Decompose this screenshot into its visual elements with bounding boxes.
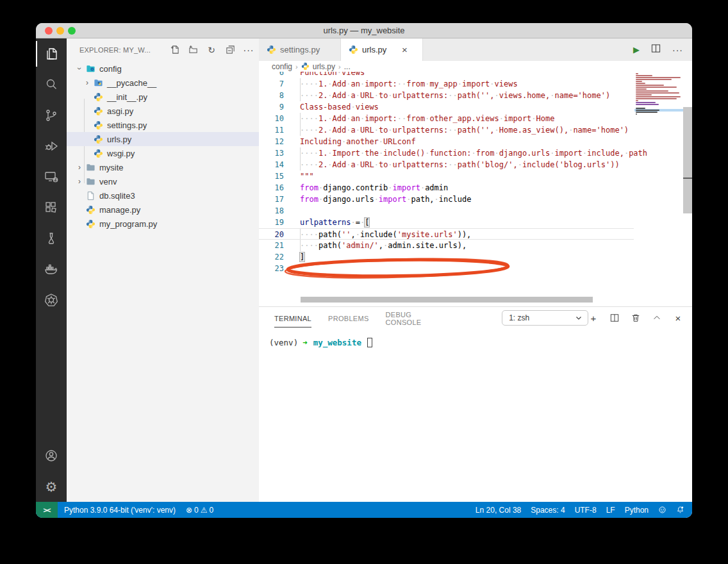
tab-problems[interactable]: PROBLEMS bbox=[328, 309, 369, 327]
split-editor-icon[interactable] bbox=[651, 44, 661, 56]
tree-item-asgi.py[interactable]: asgi.py bbox=[67, 104, 259, 118]
terminal-prompt[interactable]: (venv) ➜ my_website bbox=[269, 338, 692, 347]
code-line-10[interactable]: 10····1.·Add·an·import:··from·other_app.… bbox=[259, 113, 634, 124]
close-tab-icon[interactable]: × bbox=[399, 44, 410, 55]
line-content: ] bbox=[300, 251, 304, 263]
code-line-13[interactable]: 13····1.·Import·the·include()·function:·… bbox=[259, 147, 634, 159]
line-number: 12 bbox=[259, 136, 284, 147]
code-line-11[interactable]: 11····2.·Add·a·URL·to·urlpatterns:··path… bbox=[259, 124, 634, 136]
tree-item-wsgi.py[interactable]: wsgi.py bbox=[67, 146, 259, 160]
tab-terminal[interactable]: TERMINAL bbox=[274, 309, 311, 328]
code-line-21[interactable]: 21····path('admin/',·admin.site.urls), bbox=[259, 240, 634, 251]
minimap-line bbox=[636, 87, 683, 88]
tree-item-label: __pycache__ bbox=[107, 78, 156, 88]
new-file-icon[interactable] bbox=[169, 45, 179, 55]
accounts-icon[interactable] bbox=[36, 440, 67, 471]
testing-icon[interactable] bbox=[36, 223, 67, 254]
chevron-collapsed-icon[interactable]: › bbox=[74, 177, 85, 186]
code-editor[interactable]: 6Function·views7····1.·Add·an·import:··f… bbox=[259, 72, 692, 306]
code-line-8[interactable]: 8····2.·Add·a·URL·to·urlpatterns:··path(… bbox=[259, 90, 634, 101]
line-content: ····1.·Import·the·include()·function:·fr… bbox=[300, 147, 647, 159]
code-line-9[interactable]: 9Class-based·views bbox=[259, 101, 634, 113]
code-line-22[interactable]: 22] bbox=[259, 251, 634, 263]
python-icon bbox=[92, 92, 104, 102]
line-content: ····path('',·include('mysite.urls')), bbox=[300, 229, 471, 239]
indentation-status[interactable]: Spaces: 4 bbox=[531, 506, 565, 515]
split-terminal-icon[interactable] bbox=[609, 313, 620, 323]
editor-tab-urls.py[interactable]: urls.py× bbox=[341, 38, 423, 61]
python-icon bbox=[85, 219, 96, 229]
editor-tab-settings.py[interactable]: settings.py bbox=[259, 38, 341, 61]
cursor-position-status[interactable]: Ln 20, Col 38 bbox=[476, 506, 521, 515]
errors-count: 0 bbox=[194, 506, 199, 515]
folder-icon bbox=[85, 162, 96, 172]
code-line-6[interactable]: 6Function·views bbox=[259, 72, 634, 78]
code-line-16[interactable]: 16from·django.contrib·import·admin bbox=[259, 182, 634, 194]
code-line-7[interactable]: 7····1.·Add·an·import:··from·my_app·impo… bbox=[259, 78, 634, 90]
extensions-icon[interactable] bbox=[36, 192, 67, 223]
chevron-collapsed-icon[interactable]: › bbox=[82, 78, 92, 87]
tab-debug-console[interactable]: DEBUG CONSOLE bbox=[386, 305, 443, 331]
remote-indicator[interactable]: >< bbox=[36, 502, 58, 518]
tree-item-manage.py[interactable]: manage.py bbox=[67, 203, 259, 217]
more-actions-icon[interactable]: ··· bbox=[244, 45, 254, 55]
kubernetes-icon[interactable] bbox=[36, 285, 67, 315]
docker-icon[interactable] bbox=[36, 254, 67, 285]
folder-pycache-icon bbox=[92, 78, 104, 88]
chevron-expanded-icon[interactable]: › bbox=[75, 63, 84, 74]
chevron-collapsed-icon[interactable]: › bbox=[74, 163, 85, 172]
tree-item-config[interactable]: ›config bbox=[67, 62, 259, 76]
editor-more-actions-icon[interactable]: ··· bbox=[672, 45, 683, 55]
breadcrumb-file[interactable]: urls.py bbox=[313, 62, 335, 71]
vertical-scrollbar[interactable] bbox=[683, 107, 692, 213]
line-content: urlpatterns·=·[ bbox=[300, 217, 369, 228]
tree-item-venv[interactable]: ›venv bbox=[67, 174, 259, 188]
eol-status[interactable]: LF bbox=[606, 506, 615, 515]
code-line-19[interactable]: 19urlpatterns·=·[ bbox=[259, 217, 634, 228]
source-control-icon[interactable] bbox=[36, 100, 67, 131]
maximize-panel-icon[interactable] bbox=[652, 313, 662, 323]
code-line-15[interactable]: 15""" bbox=[259, 170, 634, 182]
code-line-17[interactable]: 17from·django.urls·import·path,·include bbox=[259, 194, 634, 205]
python-file-icon bbox=[349, 45, 358, 54]
minimap-line bbox=[636, 81, 683, 82]
feedback-icon[interactable] bbox=[658, 506, 666, 514]
encoding-status[interactable]: UTF-8 bbox=[575, 506, 597, 515]
terminal-shell-select[interactable]: 1: zsh bbox=[502, 310, 588, 326]
python-interpreter-status[interactable]: Python 3.9.0 64-bit ('venv': venv) bbox=[64, 506, 176, 515]
close-panel-icon[interactable]: × bbox=[673, 313, 683, 323]
line-number: 7 bbox=[259, 78, 284, 90]
code-line-14[interactable]: 14····2.·Add·a·URL·to·urlpatterns:··path… bbox=[259, 159, 634, 170]
tree-item-settings.py[interactable]: settings.py bbox=[67, 118, 259, 132]
tree-item-__pycache__[interactable]: ›__pycache__ bbox=[67, 76, 259, 90]
explorer-title: EXPLORER: MY_W... bbox=[79, 46, 151, 54]
collapse-folders-icon[interactable] bbox=[225, 45, 235, 55]
refresh-icon[interactable]: ↻ bbox=[206, 45, 217, 55]
tree-item-__init__.py[interactable]: __init__.py bbox=[67, 90, 259, 104]
language-mode-status[interactable]: Python bbox=[625, 506, 649, 515]
tree-item-db.sqlite3[interactable]: db.sqlite3 bbox=[67, 188, 259, 203]
tree-item-urls.py[interactable]: urls.py bbox=[67, 132, 259, 146]
kill-terminal-icon[interactable] bbox=[631, 313, 641, 323]
code-line-18[interactable]: 18 bbox=[259, 205, 634, 217]
new-terminal-icon[interactable]: + bbox=[588, 313, 599, 323]
code-line-20[interactable]: 20····path('',·include('mysite.urls')), bbox=[259, 228, 634, 240]
search-icon[interactable] bbox=[36, 69, 67, 100]
new-folder-icon[interactable] bbox=[188, 45, 198, 55]
remote-explorer-icon[interactable] bbox=[36, 162, 67, 192]
run-debug-icon[interactable] bbox=[36, 131, 67, 162]
run-python-file-button[interactable]: ▶ bbox=[633, 45, 640, 54]
notifications-bell-icon[interactable] bbox=[676, 506, 684, 514]
breadcrumb-folder[interactable]: config bbox=[272, 62, 292, 71]
minimap[interactable] bbox=[636, 72, 683, 117]
explorer-icon[interactable] bbox=[36, 38, 67, 69]
tree-item-mysite[interactable]: ›mysite bbox=[67, 160, 259, 174]
breadcrumb-symbol[interactable]: ... bbox=[344, 62, 351, 71]
code-line-23[interactable]: 23 bbox=[259, 263, 634, 274]
tree-item-my_program.py[interactable]: my_program.py bbox=[67, 217, 259, 231]
code-line-12[interactable]: 12Including·another·URLconf bbox=[259, 136, 634, 147]
settings-icon[interactable]: ⚙ bbox=[36, 471, 67, 502]
problems-status[interactable]: ⊗ 0 ⚠ 0 bbox=[186, 506, 213, 515]
horizontal-scrollbar[interactable] bbox=[301, 297, 593, 303]
breadcrumb[interactable]: config › urls.py › ... bbox=[259, 61, 692, 72]
